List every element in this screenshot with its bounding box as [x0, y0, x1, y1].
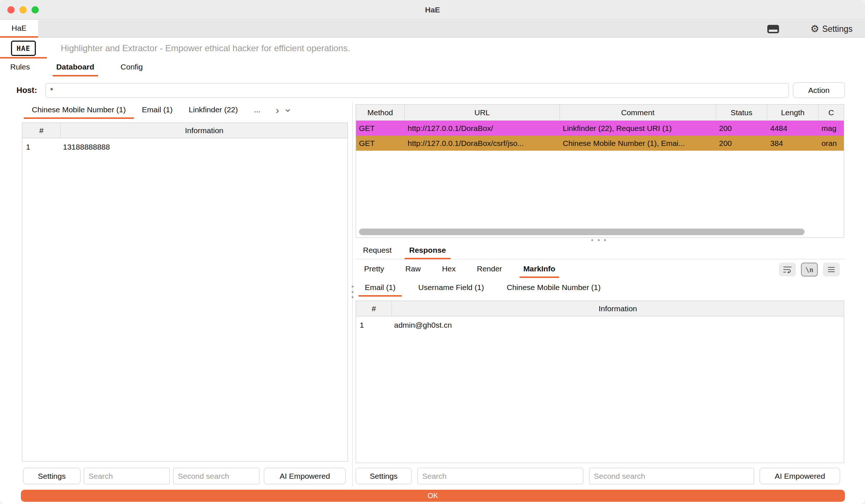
cell-length: 384	[767, 136, 819, 151]
settings-label: Settings	[822, 24, 853, 34]
response-view-tabs: Pretty Raw Hex Render MarkInfo \n	[356, 261, 844, 278]
right-second-search-input[interactable]	[589, 468, 754, 484]
message-editor-tabs: Request Response	[356, 242, 844, 259]
app-subtitle: Highlighter and Extractor - Empower ethi…	[61, 38, 350, 59]
horizontal-scrollbar-thumb[interactable]	[359, 229, 805, 235]
tab-request[interactable]: Request	[359, 242, 396, 259]
tab-hae[interactable]: HaE	[0, 20, 38, 38]
tab-markinfo-username-field[interactable]: Username Field (1)	[412, 280, 490, 297]
cell-length: 4484	[767, 121, 819, 136]
table-row[interactable]: 1 13188888888	[22, 138, 348, 155]
cell-method: GET	[356, 121, 405, 136]
tab-hex[interactable]: Hex	[438, 261, 459, 278]
left-second-search-input[interactable]	[173, 468, 259, 484]
minimize-window-button[interactable]	[19, 6, 27, 14]
chevron-down-icon[interactable]: ›	[283, 109, 293, 112]
left-info-table-header: # Information	[22, 123, 348, 138]
tab-markinfo-chinese-mobile-number[interactable]: Chinese Mobile Number (1)	[501, 280, 607, 297]
tab-render[interactable]: Render	[473, 261, 506, 278]
tab-email[interactable]: Email (1)	[134, 102, 181, 119]
cell-comment: Linkfinder (22), Request URI (1)	[560, 121, 716, 136]
word-wrap-icon[interactable]	[779, 263, 796, 277]
host-label: Host:	[16, 83, 37, 98]
gear-icon: ⚙	[810, 24, 819, 34]
titlebar: HaE	[0, 0, 865, 20]
tabstrip-actions: ⚙ Settings	[767, 20, 853, 38]
tab-pretty[interactable]: Pretty	[360, 261, 388, 278]
word-wrap-glyph	[783, 266, 792, 273]
editor-menu-icon[interactable]	[823, 263, 840, 277]
main-nav-tabs: Rules Databoard Config	[0, 59, 165, 76]
tab-config[interactable]: Config	[117, 59, 147, 76]
cell-url: http://127.0.0.1/DoraBox/csrf/jso...	[405, 136, 560, 151]
tab-raw[interactable]: Raw	[402, 261, 424, 278]
markinfo-table-header: # Information	[356, 301, 844, 316]
tab-rules[interactable]: Rules	[7, 59, 34, 76]
column-header-index[interactable]: #	[356, 301, 392, 316]
tab-linkfinder[interactable]: Linkfinder (22)	[181, 102, 246, 119]
horizontal-splitter-handle[interactable]	[591, 239, 606, 241]
cell-url: http://127.0.0.1/DoraBox/	[405, 121, 560, 136]
hae-logo-text: HAE	[16, 44, 30, 52]
column-header-index[interactable]: #	[22, 123, 61, 138]
column-header-comment[interactable]: Comment	[560, 105, 716, 120]
editor-toolbar: \n	[779, 261, 844, 278]
vertical-splitter-handle[interactable]	[351, 286, 354, 298]
column-header-status[interactable]: Status	[716, 105, 767, 120]
show-newlines-icon[interactable]: \n	[801, 263, 818, 277]
left-search-input[interactable]	[84, 468, 170, 484]
cell-information: admin@gh0st.cn	[392, 321, 844, 330]
window-title: HaE	[0, 0, 865, 20]
settings-button[interactable]: ⚙ Settings	[810, 24, 853, 34]
markinfo-table: # Information 1 admin@gh0st.cn	[356, 301, 844, 463]
column-header-length[interactable]: Length	[767, 105, 819, 120]
markinfo-category-tabs: Email (1) Username Field (1) Chinese Mob…	[356, 280, 617, 297]
column-header-information[interactable]: Information	[61, 123, 348, 138]
header-row: HAE Highlighter and Extractor - Empower …	[0, 38, 865, 59]
tab-response[interactable]: Response	[405, 242, 450, 259]
right-search-input[interactable]	[417, 468, 583, 484]
hae-logo: HAE	[11, 41, 36, 56]
left-info-table: # Information 1 13188888888	[22, 123, 348, 462]
table-row[interactable]: 1 admin@gh0st.cn	[356, 316, 844, 334]
cell-status: 200	[716, 136, 767, 151]
host-filter-row: Host: Action	[0, 82, 865, 99]
databoard-category-tabs: Chinese Mobile Number (1) Email (1) Link…	[24, 102, 290, 119]
extension-tabstrip: HaE ⚙ Settings	[0, 20, 865, 38]
column-header-url[interactable]: URL	[405, 105, 560, 120]
cell-information: 13188888888	[61, 143, 348, 151]
action-button[interactable]: Action	[793, 82, 845, 98]
cell-color: oran	[819, 136, 844, 151]
tab-markinfo-email[interactable]: Email (1)	[359, 280, 402, 297]
cell-index: 1	[22, 143, 61, 151]
column-header-method[interactable]: Method	[356, 105, 405, 120]
column-header-color[interactable]: C	[819, 105, 844, 120]
tab-databoard[interactable]: Databoard	[53, 59, 98, 76]
app-window: HaE HaE ⚙ Settings HAE Highlighter and E…	[0, 0, 865, 504]
cell-status: 200	[716, 121, 767, 136]
dock-layout-icon[interactable]	[767, 25, 779, 33]
right-ai-empowered-button[interactable]: AI Empowered	[760, 468, 840, 484]
tab-markinfo[interactable]: MarkInfo	[520, 261, 559, 278]
request-row[interactable]: GET http://127.0.0.1/DoraBox/csrf/jso...…	[356, 136, 844, 151]
status-bar-ok: OK	[21, 490, 845, 502]
requests-table-header: Method URL Comment Status Length C	[356, 105, 844, 121]
left-settings-button[interactable]: Settings	[23, 468, 80, 484]
host-input[interactable]	[45, 83, 789, 98]
column-header-information[interactable]: Information	[392, 301, 844, 316]
left-ai-empowered-button[interactable]: AI Empowered	[264, 468, 346, 484]
menu-glyph	[827, 266, 835, 273]
cell-index: 1	[356, 321, 392, 330]
cell-method: GET	[356, 136, 405, 151]
request-row[interactable]: GET http://127.0.0.1/DoraBox/ Linkfinder…	[356, 121, 844, 136]
right-settings-button[interactable]: Settings	[356, 468, 412, 484]
cell-color: mag	[819, 121, 844, 136]
tab-chinese-mobile-number[interactable]: Chinese Mobile Number (1)	[24, 102, 134, 119]
close-window-button[interactable]	[7, 6, 15, 14]
chevron-right-icon[interactable]: ›	[276, 105, 279, 116]
zoom-window-button[interactable]	[31, 6, 39, 14]
tab-overflow-ellipsis[interactable]: ...	[246, 102, 269, 119]
requests-table: Method URL Comment Status Length C GET h…	[356, 104, 844, 238]
cell-comment: Chinese Mobile Number (1), Emai...	[560, 136, 716, 151]
traffic-lights	[7, 6, 39, 14]
